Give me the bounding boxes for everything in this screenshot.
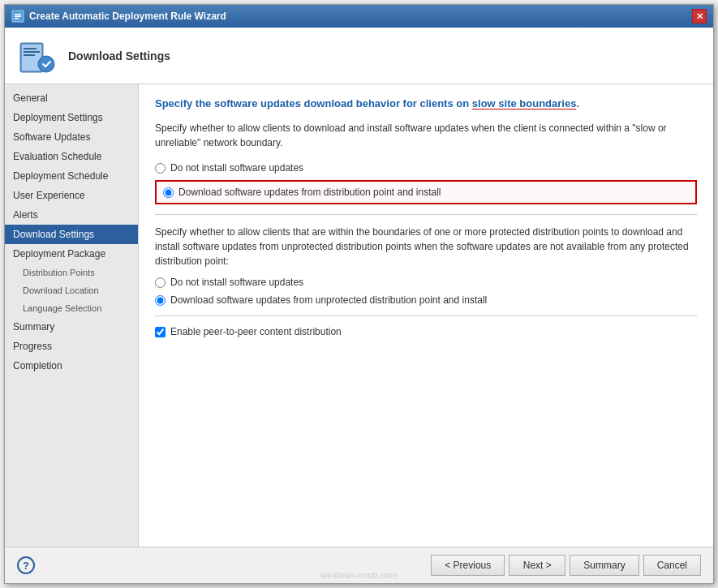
sidebar: GeneralDeployment SettingsSoftware Updat… <box>5 84 139 547</box>
svg-rect-1 <box>15 14 21 15</box>
sidebar-item-evaluation-schedule[interactable]: Evaluation Schedule <box>5 147 138 166</box>
sidebar-item-completion[interactable]: Completion <box>5 356 138 376</box>
checkbox-option: Enable peer-to-peer content distribution <box>155 326 697 337</box>
sidebar-item-distribution-points[interactable]: Distribution Points <box>5 264 138 281</box>
section1-radio2-highlighted: Download software updates from distribut… <box>155 180 697 204</box>
sidebar-item-deployment-schedule[interactable]: Deployment Schedule <box>5 166 138 186</box>
peer-to-peer-label[interactable]: Enable peer-to-peer content distribution <box>170 326 342 337</box>
section1-radio2-label[interactable]: Download software updates from distribut… <box>178 187 441 198</box>
svg-rect-8 <box>24 54 35 56</box>
help-button[interactable]: ? <box>17 556 35 574</box>
section1-description: Specify whether to allow clients to down… <box>155 121 697 150</box>
section2-radio1-label[interactable]: Do not install software updates <box>170 277 303 288</box>
sidebar-item-language-selection[interactable]: Language Selection <box>5 299 138 317</box>
header-title: Download Settings <box>68 49 170 62</box>
next-button[interactable]: Next > <box>509 555 565 576</box>
title-bar-left: Create Automatic Deployment Rule Wizard <box>11 10 226 23</box>
main-title-part2: . <box>576 97 579 109</box>
main-content: Specify the software updates download be… <box>139 84 713 547</box>
wizard-icon <box>11 10 24 23</box>
section2-radio2-option: Download software updates from unprotect… <box>155 294 697 306</box>
sidebar-item-progress[interactable]: Progress <box>5 337 138 356</box>
footer-left: ? <box>17 556 35 574</box>
main-title-part1: Specify the software updates download be… <box>155 97 472 109</box>
section2-separator <box>155 315 697 316</box>
previous-button[interactable]: < Previous <box>431 555 505 576</box>
section2-radio-group: Do not install software updates Download… <box>155 277 697 306</box>
sidebar-item-download-location[interactable]: Download Location <box>5 281 138 299</box>
svg-rect-2 <box>15 16 21 18</box>
footer: ? < Previous Next > Summary Cancel <box>5 547 713 583</box>
header-section: Download Settings <box>5 28 713 84</box>
sidebar-item-deployment-settings[interactable]: Deployment Settings <box>5 108 138 127</box>
section2-radio1[interactable] <box>155 277 166 288</box>
peer-to-peer-checkbox[interactable] <box>155 327 166 337</box>
main-title: Specify the software updates download be… <box>155 97 697 111</box>
cancel-button[interactable]: Cancel <box>643 555 701 576</box>
section1-radio1[interactable] <box>155 163 166 174</box>
svg-rect-3 <box>15 18 19 19</box>
sidebar-item-summary[interactable]: Summary <box>5 317 138 337</box>
wizard-window: Create Automatic Deployment Rule Wizard … <box>4 4 714 584</box>
summary-button[interactable]: Summary <box>570 555 638 576</box>
svg-rect-6 <box>24 48 37 49</box>
section1-radio1-option: Do not install software updates <box>155 162 697 174</box>
sidebar-item-general[interactable]: General <box>5 88 138 108</box>
section-separator <box>155 214 697 215</box>
section1-radio-group: Do not install software updates Download… <box>155 162 697 204</box>
section2-radio2-label[interactable]: Download software updates from unprotect… <box>170 294 487 306</box>
sidebar-item-user-experience[interactable]: User Experience <box>5 186 138 205</box>
title-bar: Create Automatic Deployment Rule Wizard … <box>5 5 713 28</box>
section1-radio1-label[interactable]: Do not install software updates <box>170 162 303 174</box>
section2-description: Specify whether to allow clients that ar… <box>155 225 697 268</box>
section1-radio2[interactable] <box>163 187 174 198</box>
footer-buttons: < Previous Next > Summary Cancel <box>431 555 701 576</box>
svg-point-9 <box>38 56 54 72</box>
sidebar-item-software-updates[interactable]: Software Updates <box>5 127 138 147</box>
content-area: GeneralDeployment SettingsSoftware Updat… <box>5 84 713 547</box>
close-button[interactable]: ✕ <box>692 9 707 24</box>
section2-radio1-option: Do not install software updates <box>155 277 697 288</box>
sidebar-item-download-settings[interactable]: Download Settings <box>5 225 138 244</box>
section2-radio2[interactable] <box>155 295 166 306</box>
sidebar-item-deployment-package[interactable]: Deployment Package <box>5 244 138 264</box>
header-icon <box>17 36 56 75</box>
main-title-underline: slow site boundaries <box>472 97 577 109</box>
sidebar-item-alerts[interactable]: Alerts <box>5 205 138 225</box>
svg-rect-7 <box>24 51 40 53</box>
title-bar-text: Create Automatic Deployment Rule Wizard <box>29 11 226 22</box>
